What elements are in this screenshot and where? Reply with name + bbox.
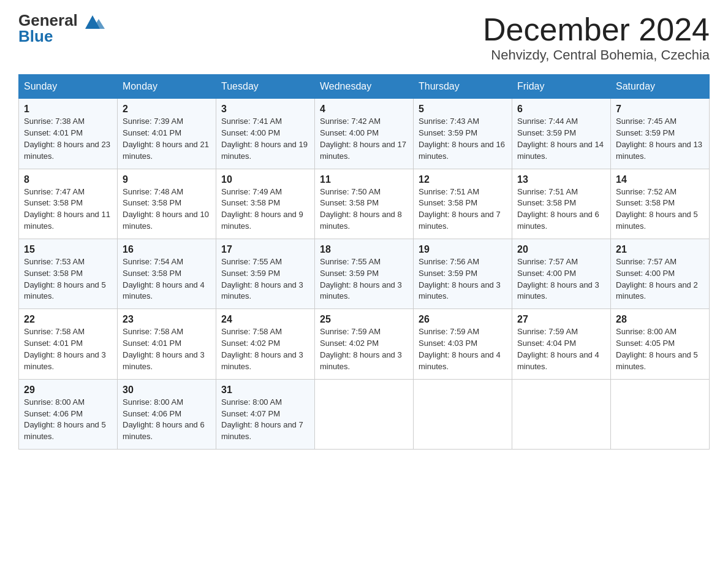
calendar-cell: 24 Sunrise: 7:58 AMSunset: 4:02 PMDaylig… xyxy=(216,309,315,379)
calendar-cell: 10 Sunrise: 7:49 AMSunset: 3:58 PMDaylig… xyxy=(216,169,315,239)
calendar-cell: 5 Sunrise: 7:43 AMSunset: 3:59 PMDayligh… xyxy=(414,99,512,169)
calendar-cell: 12 Sunrise: 7:51 AMSunset: 3:58 PMDaylig… xyxy=(414,169,512,239)
calendar-cell: 1 Sunrise: 7:38 AMSunset: 4:01 PMDayligh… xyxy=(19,99,118,169)
day-number: 12 xyxy=(419,174,507,185)
week-row-4: 22 Sunrise: 7:58 AMSunset: 4:01 PMDaylig… xyxy=(19,309,710,379)
header-monday: Monday xyxy=(118,75,216,99)
calendar-cell: 30 Sunrise: 8:00 AMSunset: 4:06 PMDaylig… xyxy=(118,379,216,449)
day-info: Sunrise: 7:50 AMSunset: 3:58 PMDaylight:… xyxy=(320,186,408,232)
calendar-cell: 23 Sunrise: 7:58 AMSunset: 4:01 PMDaylig… xyxy=(118,309,216,379)
day-number: 4 xyxy=(320,104,408,115)
day-info: Sunrise: 7:44 AMSunset: 3:59 PMDaylight:… xyxy=(517,116,605,162)
calendar-cell: 17 Sunrise: 7:55 AMSunset: 3:59 PMDaylig… xyxy=(216,239,315,308)
calendar-cell: 22 Sunrise: 7:58 AMSunset: 4:01 PMDaylig… xyxy=(19,309,118,379)
day-info: Sunrise: 7:59 AMSunset: 4:02 PMDaylight:… xyxy=(320,326,408,372)
day-number: 2 xyxy=(123,104,211,115)
header-thursday: Thursday xyxy=(414,75,512,99)
calendar-cell: 11 Sunrise: 7:50 AMSunset: 3:58 PMDaylig… xyxy=(315,169,414,239)
day-info: Sunrise: 7:56 AMSunset: 3:59 PMDaylight:… xyxy=(419,256,507,302)
day-info: Sunrise: 7:51 AMSunset: 3:58 PMDaylight:… xyxy=(517,186,605,232)
calendar-cell: 14 Sunrise: 7:52 AMSunset: 3:58 PMDaylig… xyxy=(611,169,710,239)
day-number: 24 xyxy=(221,314,309,325)
calendar-cell: 31 Sunrise: 8:00 AMSunset: 4:07 PMDaylig… xyxy=(216,379,315,449)
title-section: December 2024 Nehvizdy, Central Bohemia,… xyxy=(483,12,710,63)
day-info: Sunrise: 7:39 AMSunset: 4:01 PMDaylight:… xyxy=(123,116,211,162)
day-info: Sunrise: 7:48 AMSunset: 3:58 PMDaylight:… xyxy=(123,186,211,232)
calendar-cell: 21 Sunrise: 7:57 AMSunset: 4:00 PMDaylig… xyxy=(611,239,710,308)
day-info: Sunrise: 8:00 AMSunset: 4:05 PMDaylight:… xyxy=(616,326,704,372)
day-info: Sunrise: 7:59 AMSunset: 4:04 PMDaylight:… xyxy=(517,326,605,372)
day-number: 8 xyxy=(24,174,112,185)
calendar-cell: 25 Sunrise: 7:59 AMSunset: 4:02 PMDaylig… xyxy=(315,309,414,379)
day-number: 7 xyxy=(616,104,704,115)
calendar-cell: 16 Sunrise: 7:54 AMSunset: 3:58 PMDaylig… xyxy=(118,239,216,308)
calendar-cell: 20 Sunrise: 7:57 AMSunset: 4:00 PMDaylig… xyxy=(512,239,611,308)
header-row: SundayMondayTuesdayWednesdayThursdayFrid… xyxy=(19,75,710,99)
month-title: December 2024 xyxy=(483,12,710,47)
calendar-cell: 4 Sunrise: 7:42 AMSunset: 4:00 PMDayligh… xyxy=(315,99,414,169)
calendar-cell: 18 Sunrise: 7:55 AMSunset: 3:59 PMDaylig… xyxy=(315,239,414,308)
day-info: Sunrise: 7:57 AMSunset: 4:00 PMDaylight:… xyxy=(517,256,605,302)
day-number: 6 xyxy=(517,104,605,115)
day-info: Sunrise: 7:38 AMSunset: 4:01 PMDaylight:… xyxy=(24,116,112,162)
day-info: Sunrise: 7:58 AMSunset: 4:02 PMDaylight:… xyxy=(221,326,309,372)
day-number: 17 xyxy=(221,244,309,255)
week-row-2: 8 Sunrise: 7:47 AMSunset: 3:58 PMDayligh… xyxy=(19,169,710,239)
calendar-cell: 9 Sunrise: 7:48 AMSunset: 3:58 PMDayligh… xyxy=(118,169,216,239)
logo-icon xyxy=(80,10,105,35)
day-number: 15 xyxy=(24,244,112,255)
day-info: Sunrise: 7:55 AMSunset: 3:59 PMDaylight:… xyxy=(221,256,309,302)
calendar-cell: 28 Sunrise: 8:00 AMSunset: 4:05 PMDaylig… xyxy=(611,309,710,379)
day-number: 21 xyxy=(616,244,704,255)
calendar-cell: 7 Sunrise: 7:45 AMSunset: 3:59 PMDayligh… xyxy=(611,99,710,169)
day-number: 30 xyxy=(123,385,211,396)
day-number: 31 xyxy=(221,385,309,396)
day-number: 10 xyxy=(221,174,309,185)
day-info: Sunrise: 7:55 AMSunset: 3:59 PMDaylight:… xyxy=(320,256,408,302)
day-info: Sunrise: 7:58 AMSunset: 4:01 PMDaylight:… xyxy=(123,326,211,372)
day-info: Sunrise: 7:54 AMSunset: 3:58 PMDaylight:… xyxy=(123,256,211,302)
calendar-cell: 29 Sunrise: 8:00 AMSunset: 4:06 PMDaylig… xyxy=(19,379,118,449)
day-info: Sunrise: 7:47 AMSunset: 3:58 PMDaylight:… xyxy=(24,186,112,232)
day-number: 5 xyxy=(419,104,507,115)
day-info: Sunrise: 7:51 AMSunset: 3:58 PMDaylight:… xyxy=(419,186,507,232)
header-sunday: Sunday xyxy=(19,75,118,99)
day-info: Sunrise: 7:52 AMSunset: 3:58 PMDaylight:… xyxy=(616,186,704,232)
calendar-table: SundayMondayTuesdayWednesdayThursdayFrid… xyxy=(18,74,710,450)
page-header: General Blue December 2024 Nehvizdy, Cen… xyxy=(18,12,710,63)
calendar-cell: 3 Sunrise: 7:41 AMSunset: 4:00 PMDayligh… xyxy=(216,99,315,169)
day-number: 1 xyxy=(24,104,112,115)
calendar-cell xyxy=(611,379,710,449)
day-info: Sunrise: 8:00 AMSunset: 4:06 PMDaylight:… xyxy=(24,397,112,443)
day-number: 14 xyxy=(616,174,704,185)
day-number: 26 xyxy=(419,314,507,325)
day-number: 3 xyxy=(221,104,309,115)
header-wednesday: Wednesday xyxy=(315,75,414,99)
week-row-3: 15 Sunrise: 7:53 AMSunset: 3:58 PMDaylig… xyxy=(19,239,710,308)
day-info: Sunrise: 7:43 AMSunset: 3:59 PMDaylight:… xyxy=(419,116,507,162)
day-number: 11 xyxy=(320,174,408,185)
calendar-cell: 13 Sunrise: 7:51 AMSunset: 3:58 PMDaylig… xyxy=(512,169,611,239)
location: Nehvizdy, Central Bohemia, Czechia xyxy=(483,47,710,63)
day-info: Sunrise: 7:41 AMSunset: 4:00 PMDaylight:… xyxy=(221,116,309,162)
week-row-1: 1 Sunrise: 7:38 AMSunset: 4:01 PMDayligh… xyxy=(19,99,710,169)
logo-blue: Blue xyxy=(18,27,53,45)
header-friday: Friday xyxy=(512,75,611,99)
day-number: 22 xyxy=(24,314,112,325)
day-info: Sunrise: 7:53 AMSunset: 3:58 PMDaylight:… xyxy=(24,256,112,302)
day-info: Sunrise: 8:00 AMSunset: 4:07 PMDaylight:… xyxy=(221,397,309,443)
calendar-cell: 19 Sunrise: 7:56 AMSunset: 3:59 PMDaylig… xyxy=(414,239,512,308)
day-number: 27 xyxy=(517,314,605,325)
day-info: Sunrise: 7:49 AMSunset: 3:58 PMDaylight:… xyxy=(221,186,309,232)
day-number: 9 xyxy=(123,174,211,185)
day-number: 28 xyxy=(616,314,704,325)
calendar-cell: 6 Sunrise: 7:44 AMSunset: 3:59 PMDayligh… xyxy=(512,99,611,169)
day-info: Sunrise: 7:59 AMSunset: 4:03 PMDaylight:… xyxy=(419,326,507,372)
day-info: Sunrise: 7:45 AMSunset: 3:59 PMDaylight:… xyxy=(616,116,704,162)
day-info: Sunrise: 8:00 AMSunset: 4:06 PMDaylight:… xyxy=(123,397,211,443)
calendar-cell xyxy=(414,379,512,449)
calendar-cell xyxy=(512,379,611,449)
header-saturday: Saturday xyxy=(611,75,710,99)
calendar-cell: 2 Sunrise: 7:39 AMSunset: 4:01 PMDayligh… xyxy=(118,99,216,169)
day-number: 20 xyxy=(517,244,605,255)
